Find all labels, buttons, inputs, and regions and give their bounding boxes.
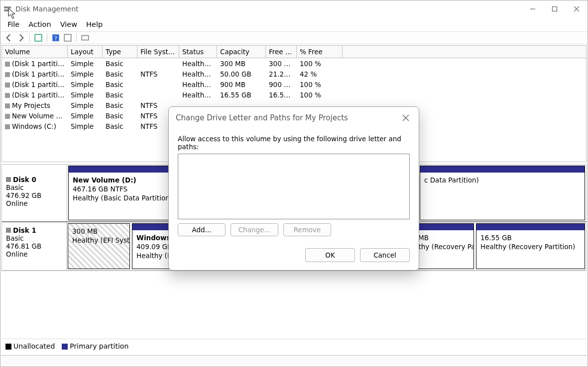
svg-rect-1 <box>4 9 11 11</box>
table-row[interactable]: (Disk 1 partitio...SimpleBasicHealthy ..… <box>2 90 586 100</box>
partition[interactable]: 300 MBHealthy (EFI Syste <box>68 223 130 269</box>
svg-rect-6 <box>35 34 42 41</box>
change-button[interactable]: Change... <box>231 223 278 236</box>
change-drive-letter-dialog: Change Drive Letter and Paths for My Pro… <box>168 106 419 271</box>
menu-file[interactable]: File <box>5 19 21 29</box>
svg-rect-3 <box>553 7 557 11</box>
dialog-close-icon[interactable] <box>400 112 412 124</box>
volume-icon <box>5 83 10 88</box>
toolbar-icon-3[interactable] <box>81 33 90 42</box>
toolbar-icon-1[interactable] <box>34 33 43 42</box>
toolbar-separator <box>76 33 77 42</box>
toolbar: ? <box>0 31 588 44</box>
col-layout[interactable]: Layout <box>68 46 103 58</box>
menubar: File Action View Help <box>0 17 588 31</box>
minimize-button[interactable] <box>522 0 544 17</box>
dialog-title: Change Drive Letter and Paths for My Pro… <box>176 113 400 122</box>
col-filesystem[interactable]: File System <box>137 46 179 58</box>
paths-listbox[interactable] <box>178 154 410 219</box>
toolbar-separator <box>29 33 30 42</box>
legend-primary: Primary partition <box>62 342 128 350</box>
column-headers: Volume Layout Type File System Status Ca… <box>2 46 586 58</box>
window-title: Disk Management <box>15 5 522 13</box>
partition[interactable]: 16.55 GBHealthy (Recovery Partition) <box>476 223 585 269</box>
toolbar-separator <box>47 33 47 42</box>
help-icon[interactable]: ? <box>51 33 60 42</box>
col-volume[interactable]: Volume <box>2 46 68 58</box>
menu-view[interactable]: View <box>58 19 79 29</box>
titlebar: Disk Management <box>0 0 588 17</box>
volume-icon <box>5 124 10 129</box>
app-icon <box>3 5 11 13</box>
close-button[interactable] <box>566 0 588 17</box>
col-status[interactable]: Status <box>179 46 217 58</box>
col-free[interactable]: Free S... <box>266 46 297 58</box>
ok-button[interactable]: OK <box>305 248 355 262</box>
menu-action[interactable]: Action <box>26 19 53 29</box>
col-capacity[interactable]: Capacity <box>217 46 266 58</box>
volume-icon <box>5 114 10 119</box>
disk-label[interactable]: Disk 0Basic476.92 GBOnline <box>2 165 67 221</box>
svg-text:?: ? <box>54 35 57 42</box>
dialog-instruction: Allow access to this volume by using the… <box>178 135 410 151</box>
svg-rect-0 <box>4 6 11 8</box>
window-controls <box>522 0 588 17</box>
table-row[interactable]: (Disk 1 partitio...SimpleBasicHealthy ..… <box>2 79 586 90</box>
menu-help[interactable]: Help <box>84 19 105 29</box>
maximize-button[interactable] <box>544 0 566 17</box>
table-row[interactable]: (Disk 1 partitio...SimpleBasicNTFSHealth… <box>2 69 586 79</box>
statusbar <box>1 355 587 366</box>
dialog-titlebar: Change Drive Letter and Paths for My Pro… <box>169 107 419 128</box>
disk-icon <box>6 177 11 182</box>
forward-icon[interactable] <box>16 33 25 42</box>
cancel-button[interactable]: Cancel <box>360 248 410 262</box>
col-type[interactable]: Type <box>103 46 137 58</box>
svg-rect-9 <box>64 34 71 41</box>
legend-unallocated: Unallocated <box>5 342 55 350</box>
volume-icon <box>5 72 10 77</box>
col-pctfree[interactable]: % Free <box>297 46 343 58</box>
svg-rect-10 <box>82 36 89 40</box>
disk-icon <box>6 228 11 233</box>
add-button[interactable]: Add... <box>178 223 226 236</box>
partition[interactable]: c Data Partition) <box>420 166 585 220</box>
volume-icon <box>5 62 10 67</box>
toolbar-icon-2[interactable] <box>63 33 72 42</box>
volume-icon <box>5 103 10 108</box>
legend: Unallocated Primary partition <box>1 339 587 353</box>
remove-button[interactable]: Remove <box>283 223 331 236</box>
table-row[interactable]: (Disk 1 partitio...SimpleBasicHealthy ..… <box>2 58 586 69</box>
back-icon[interactable] <box>4 33 13 42</box>
volume-icon <box>5 93 10 98</box>
disk-label[interactable]: Disk 1Basic476.81 GBOnline <box>2 222 67 270</box>
